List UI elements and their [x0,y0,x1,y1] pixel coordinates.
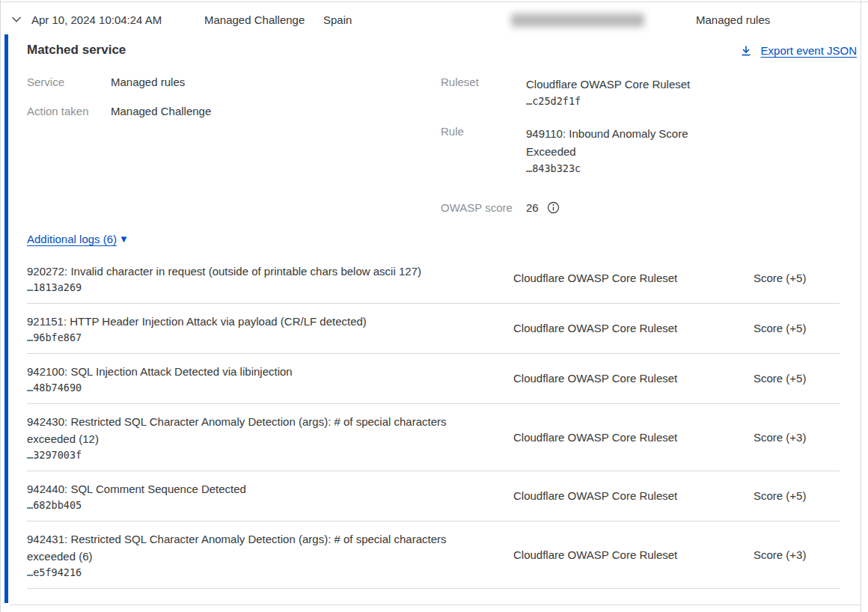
service-label: Service [27,76,111,88]
triangle-down-icon: ▼ [119,233,129,245]
log-description: 942100: SQL Injection Attack Detected vi… [27,363,465,380]
log-ruleset: Cloudflare OWASP Core Ruleset [513,272,754,284]
log-score: Score (+5) [754,489,806,502]
event-action: Managed Challenge [204,13,305,26]
rule-id: …843b323c [526,162,706,174]
log-score: Score (+5) [754,272,806,284]
matched-service-title: Matched service [27,43,126,58]
log-score: Score (+3) [754,431,806,444]
download-icon [740,45,752,57]
ruleset-label: Ruleset [441,76,526,107]
event-service: Managed rules [696,13,770,26]
ruleset-name: Cloudflare OWASP Core Ruleset [526,76,706,94]
action-taken-label: Action taken [27,105,111,117]
log-score: Score (+5) [754,322,806,334]
additional-logs-label: Additional logs (6) [27,233,117,245]
table-left-border [0,0,1,612]
expanded-row-accent-bar [4,34,8,603]
log-score: Score (+5) [754,372,806,385]
ruleset-field: Ruleset Cloudflare OWASP Core Ruleset …c… [441,76,706,107]
rule-field: Rule 949110: Inbound Anomaly Score Excee… [441,125,706,174]
next-row-divider [9,605,861,605]
event-country: Spain [323,13,352,26]
additional-logs-toggle[interactable]: Additional logs (6) ▼ [27,233,129,245]
log-row: 942431: Restricted SQL Character Anomaly… [27,521,840,589]
log-description: 942440: SQL Comment Sequence Detected [27,480,465,498]
event-timestamp: Apr 10, 2024 10:04:24 AM [31,13,162,26]
log-rule-id: …682bb405 [27,499,513,511]
table-right-border [861,0,861,612]
owasp-score-label: OWASP score [441,201,526,214]
matched-service-fields: Service Managed rules Action taken Manag… [27,76,706,232]
info-icon[interactable] [547,201,560,214]
log-row: 921151: HTTP Header Injection Attack via… [27,304,840,354]
log-description: 942431: Restricted SQL Character Anomaly… [27,530,465,565]
chevron-down-icon[interactable] [10,13,22,25]
rule-label: Rule [441,125,526,174]
log-ruleset: Cloudflare OWASP Core Ruleset [513,489,754,502]
service-field: Service Managed rules [27,76,441,88]
log-ruleset: Cloudflare OWASP Core Ruleset [513,431,754,444]
rule-name: 949110: Inbound Anomaly Score Exceeded [526,125,706,161]
log-rule-id: …1813a269 [27,281,513,293]
action-taken-value: Managed Challenge [111,105,211,117]
export-event-json-link[interactable]: Export event JSON [740,44,857,57]
log-ruleset: Cloudflare OWASP Core Ruleset [513,322,754,334]
additional-logs-list: 920272: Invalid character in request (ou… [27,254,840,589]
log-rule-id: …3297003f [27,449,513,461]
log-row: 920272: Invalid character in request (ou… [27,254,840,304]
log-score: Score (+3) [754,548,806,561]
log-description: 920272: Invalid character in request (ou… [27,263,465,280]
log-rule-id: …48b74690 [27,382,513,394]
log-description: 921151: HTTP Header Injection Attack via… [27,313,465,330]
log-row: 942440: SQL Comment Sequence Detected …6… [27,471,840,521]
log-rule-id: …96bfe867 [27,331,513,343]
log-row: 942100: SQL Injection Attack Detected vi… [27,354,840,404]
event-summary-row[interactable]: Apr 10, 2024 10:04:24 AM Managed Challen… [0,2,861,34]
service-value: Managed rules [111,76,185,88]
ruleset-id: …c25d2f1f [526,95,706,107]
log-description: 942430: Restricted SQL Character Anomaly… [27,413,465,447]
redacted-hostname [511,13,644,27]
action-taken-field: Action taken Managed Challenge [27,105,441,117]
log-rule-id: …e5f94216 [27,566,513,578]
log-ruleset: Cloudflare OWASP Core Ruleset [513,548,754,561]
log-ruleset: Cloudflare OWASP Core Ruleset [513,372,754,385]
log-row: 942430: Restricted SQL Character Anomaly… [27,404,840,471]
additional-logs-section: Additional logs (6) ▼ 920272: Invalid ch… [27,233,840,589]
export-event-json-label: Export event JSON [761,44,857,57]
owasp-score-field: OWASP score 26 [441,201,706,214]
owasp-score-value: 26 [526,201,539,214]
